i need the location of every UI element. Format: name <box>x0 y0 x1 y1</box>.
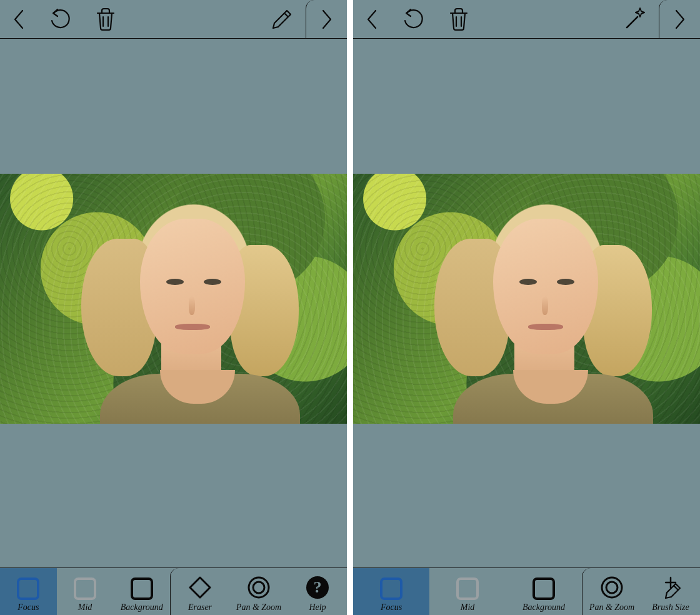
square-icon <box>532 578 555 600</box>
tool-brushsize[interactable]: Brush Size <box>641 568 700 615</box>
delete-button[interactable] <box>437 0 481 39</box>
pencil-icon <box>270 8 294 31</box>
photo <box>353 174 700 424</box>
help-icon: ? <box>305 575 330 600</box>
svg-point-1 <box>253 582 264 593</box>
layer-label: Focus <box>381 602 402 612</box>
tool-eraser[interactable]: Eraser <box>171 568 229 615</box>
layer-background[interactable]: Background <box>113 568 170 615</box>
svg-text:?: ? <box>314 578 322 596</box>
back-button[interactable] <box>0 0 38 39</box>
layer-mid[interactable]: Mid <box>429 568 506 615</box>
target-icon <box>599 575 624 600</box>
layer-label: Background <box>522 602 565 612</box>
tool-label: Pan & Zoom <box>236 602 281 612</box>
tool-label: Help <box>309 602 326 612</box>
svg-point-4 <box>602 578 622 598</box>
magic-button[interactable] <box>611 0 659 39</box>
square-icon <box>456 578 479 600</box>
square-icon <box>380 578 402 600</box>
tool-group: Eraser Pan & Zoom ? Help <box>170 568 347 615</box>
chevron-left-icon <box>11 8 26 31</box>
layer-background[interactable]: Background <box>506 568 582 615</box>
tool-panzoom[interactable]: Pan & Zoom <box>582 568 641 615</box>
layer-group: Focus Mid Background <box>0 568 170 615</box>
tool-group: Pan & Zoom Brush Size <box>582 568 700 615</box>
square-icon <box>74 578 96 600</box>
chevron-right-icon <box>672 8 688 31</box>
tool-label: Eraser <box>188 602 212 612</box>
next-button[interactable] <box>306 0 347 39</box>
target-icon <box>246 575 271 600</box>
phone-right: Focus Mid Background Pan & Zoom <box>353 0 700 615</box>
bottom-toolbar: Focus Mid Background Pan & Zoom <box>353 568 700 615</box>
top-toolbar <box>353 0 700 39</box>
chevron-right-icon <box>319 8 334 31</box>
layer-label: Background <box>121 602 163 612</box>
trash-icon <box>95 7 116 32</box>
delete-button[interactable] <box>84 0 128 39</box>
canvas-area[interactable] <box>0 39 347 568</box>
eraser-icon <box>188 575 212 600</box>
layer-label: Mid <box>78 602 92 612</box>
canvas-area[interactable] <box>353 39 700 568</box>
top-toolbar <box>0 0 347 39</box>
back-button[interactable] <box>353 0 391 39</box>
square-icon <box>17 578 39 600</box>
svg-point-0 <box>249 578 269 598</box>
layer-label: Mid <box>461 602 475 612</box>
layer-label: Focus <box>18 602 39 612</box>
undo-button[interactable] <box>38 0 84 39</box>
undo-icon <box>401 8 426 31</box>
edit-button[interactable] <box>258 0 306 39</box>
layer-focus[interactable]: Focus <box>0 568 57 615</box>
layer-group: Focus Mid Background <box>353 568 582 615</box>
next-button[interactable] <box>659 0 700 39</box>
tool-panzoom[interactable]: Pan & Zoom <box>229 568 288 615</box>
svg-point-5 <box>606 582 618 593</box>
layer-focus[interactable]: Focus <box>353 568 429 615</box>
tool-label: Pan & Zoom <box>589 602 634 612</box>
bottom-toolbar: Focus Mid Background Eraser Pa <box>0 568 347 615</box>
photo <box>0 174 347 424</box>
undo-icon <box>48 8 73 31</box>
phone-left: Focus Mid Background Eraser Pa <box>0 0 347 615</box>
square-icon <box>131 578 153 600</box>
layer-mid[interactable]: Mid <box>57 568 114 615</box>
wand-icon <box>622 6 648 32</box>
undo-button[interactable] <box>391 0 437 39</box>
trash-icon <box>448 7 469 32</box>
tool-help[interactable]: ? Help <box>288 568 347 615</box>
chevron-left-icon <box>364 8 379 31</box>
tool-label: Brush Size <box>652 602 689 612</box>
brushsize-icon <box>658 575 683 600</box>
